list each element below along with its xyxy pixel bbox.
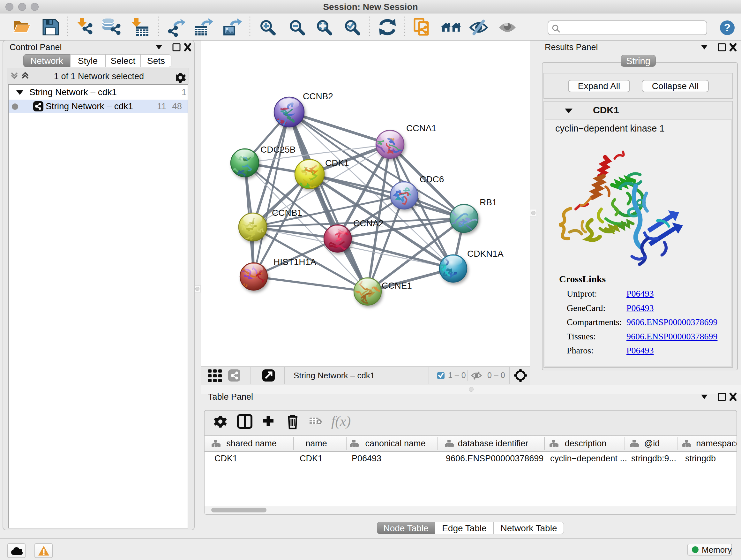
svg-text:0 – 0: 0 – 0 (487, 371, 505, 380)
svg-text:RB1: RB1 (480, 197, 497, 207)
svg-text:CDC6: CDC6 (420, 174, 444, 184)
svg-text:1 – 0: 1 – 0 (448, 371, 466, 380)
svg-text:description: description (565, 439, 607, 448)
svg-text:CDK1: CDK1 (325, 158, 349, 168)
svg-text:CCNB2: CCNB2 (303, 91, 333, 101)
svg-text:f(x): f(x) (331, 414, 351, 429)
svg-text:HIST1H1A: HIST1H1A (273, 257, 316, 267)
svg-text:CDC25B: CDC25B (260, 145, 295, 154)
svg-text:CCNB1: CCNB1 (272, 208, 302, 218)
svg-text:canonical name: canonical name (365, 439, 425, 448)
svg-text:database identifier: database identifier (458, 439, 529, 448)
svg-text:CDKN1A: CDKN1A (467, 249, 503, 259)
svg-text:CCNA1: CCNA1 (406, 123, 436, 133)
svg-text:?: ? (724, 21, 731, 34)
svg-text:String Network – cdk1: String Network – cdk1 (293, 371, 375, 380)
svg-text:name: name (306, 439, 327, 448)
svg-text:CCNA2: CCNA2 (353, 219, 384, 228)
svg-text:@id: @id (644, 439, 660, 448)
svg-text:CCNE1: CCNE1 (382, 281, 412, 291)
svg-text:shared name: shared name (226, 439, 277, 448)
svg-text:namespace: namespace (696, 439, 737, 448)
